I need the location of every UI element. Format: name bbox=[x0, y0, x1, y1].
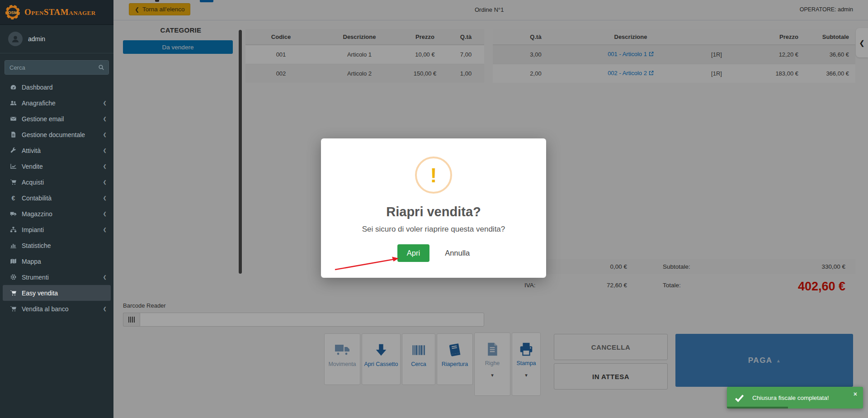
chevron-left-icon: ❮ bbox=[103, 211, 107, 216]
sidebar-item-acquisti[interactable]: Acquisti ❮ bbox=[0, 174, 113, 190]
sidebar-item-label: Strumenti bbox=[22, 274, 49, 281]
sidebar-item-label: Mappa bbox=[22, 258, 41, 265]
username: admin bbox=[28, 35, 45, 43]
dialog-title: Riapri vendita? bbox=[321, 204, 546, 219]
chevron-left-icon: ❮ bbox=[103, 116, 107, 121]
sidebar-item-contabilita[interactable]: € Contabilità ❮ bbox=[0, 190, 113, 206]
sidebar-item-gestione-documentale[interactable]: Gestione documentale ❮ bbox=[0, 127, 113, 142]
sitemap-icon bbox=[9, 226, 18, 233]
search-input[interactable] bbox=[5, 61, 94, 74]
chevron-left-icon: ❮ bbox=[103, 100, 107, 105]
toast-message: Chiusura fiscale completata! bbox=[752, 394, 829, 401]
sidebar-item-easy-vendita[interactable]: Easy vendita bbox=[3, 285, 111, 301]
cart-icon bbox=[9, 179, 18, 185]
sidebar-item-dashboard[interactable]: Dashboard bbox=[0, 79, 113, 95]
sidebar-item-label: Attività bbox=[22, 147, 41, 154]
confirm-button[interactable]: Apri bbox=[397, 244, 429, 262]
user-panel: admin bbox=[0, 25, 113, 53]
osm-gear-icon: OSM bbox=[4, 4, 21, 21]
cart-icon bbox=[9, 305, 18, 312]
sidebar-item-attivita[interactable]: Attività ❮ bbox=[0, 142, 113, 158]
confirm-dialog: ! Riapri vendita? Sei sicuro di voler ri… bbox=[321, 138, 546, 278]
sidebar-item-label: Contabilità bbox=[22, 195, 52, 202]
file-icon bbox=[9, 131, 18, 138]
wrench-icon bbox=[9, 147, 18, 154]
chevron-left-icon: ❮ bbox=[103, 164, 107, 169]
chevron-left-icon: ❮ bbox=[103, 132, 107, 137]
sidebar-item-label: Magazzino bbox=[22, 210, 52, 218]
svg-text:OSM: OSM bbox=[8, 10, 18, 15]
chevron-left-icon: ❮ bbox=[103, 306, 107, 311]
app-logo[interactable]: OSM OpenSTAManager bbox=[0, 0, 113, 25]
exclamation-mark: ! bbox=[430, 165, 437, 185]
users-icon bbox=[9, 100, 18, 106]
sidebar-item-vendita-al-banco[interactable]: Vendita al banco ❮ bbox=[0, 301, 113, 317]
check-icon bbox=[734, 393, 745, 405]
sidebar-item-mappa[interactable]: Mappa bbox=[0, 253, 113, 269]
sidebar-item-strumenti[interactable]: Strumenti ❮ bbox=[0, 269, 113, 285]
sidebar-item-statistiche[interactable]: Statistiche bbox=[0, 238, 113, 253]
euro-icon: € bbox=[9, 195, 18, 202]
sidebar-item-label: Dashboard bbox=[22, 84, 53, 91]
chevron-left-icon: ❮ bbox=[103, 195, 107, 200]
sidebar: OSM OpenSTAManager admin Dashboard Anagr… bbox=[0, 0, 113, 418]
dialog-message: Sei sicuro di voler riaprire questa vend… bbox=[321, 225, 546, 234]
sidebar-item-label: Impianti bbox=[22, 226, 44, 233]
sidebar-item-impianti[interactable]: Impianti ❮ bbox=[0, 222, 113, 238]
sidebar-item-label: Vendite bbox=[22, 163, 43, 170]
sidebar-item-label: Anagrafiche bbox=[22, 100, 56, 107]
close-icon[interactable]: × bbox=[854, 390, 857, 398]
toast-progress-bar bbox=[727, 407, 788, 408]
sidebar-item-magazzino[interactable]: Magazzino ❮ bbox=[0, 206, 113, 222]
map-icon bbox=[9, 258, 18, 265]
app-title: OpenSTAManager bbox=[24, 7, 96, 17]
user-icon bbox=[11, 34, 20, 43]
sidebar-item-label: Acquisti bbox=[22, 179, 44, 186]
chart-line-icon bbox=[9, 163, 18, 170]
sidebar-item-gestione-email[interactable]: Gestione email ❮ bbox=[0, 111, 113, 127]
chevron-left-icon: ❮ bbox=[103, 148, 107, 153]
truck-icon bbox=[9, 210, 18, 217]
gear-icon bbox=[9, 274, 18, 280]
sidebar-item-anagrafiche[interactable]: Anagrafiche ❮ bbox=[0, 95, 113, 111]
cart-icon bbox=[9, 290, 18, 296]
cancel-button[interactable]: Annulla bbox=[445, 249, 470, 257]
warning-icon: ! bbox=[415, 157, 452, 194]
tachometer-icon bbox=[9, 84, 18, 90]
sidebar-item-label: Easy vendita bbox=[22, 290, 58, 297]
search-icon bbox=[98, 64, 104, 71]
sidebar-item-label: Gestione email bbox=[22, 115, 64, 123]
sidebar-item-label: Statistiche bbox=[22, 242, 51, 249]
search-button[interactable] bbox=[94, 61, 108, 74]
avatar bbox=[8, 32, 23, 46]
sidebar-item-label: Vendita al banco bbox=[22, 305, 69, 313]
envelope-icon bbox=[9, 115, 18, 122]
bar-chart-icon bbox=[9, 242, 18, 249]
chevron-left-icon: ❮ bbox=[103, 275, 107, 280]
sidebar-search bbox=[5, 60, 109, 75]
sidebar-item-label: Gestione documentale bbox=[22, 131, 85, 138]
chevron-left-icon: ❮ bbox=[103, 180, 107, 185]
sidebar-item-vendite[interactable]: Vendite ❮ bbox=[0, 158, 113, 174]
toast-notification[interactable]: Chiusura fiscale completata! × bbox=[727, 387, 863, 408]
dialog-actions: Apri Annulla bbox=[321, 244, 546, 262]
chevron-left-icon: ❮ bbox=[103, 227, 107, 232]
sidebar-menu: Dashboard Anagrafiche ❮ Gestione email ❮… bbox=[0, 79, 113, 317]
